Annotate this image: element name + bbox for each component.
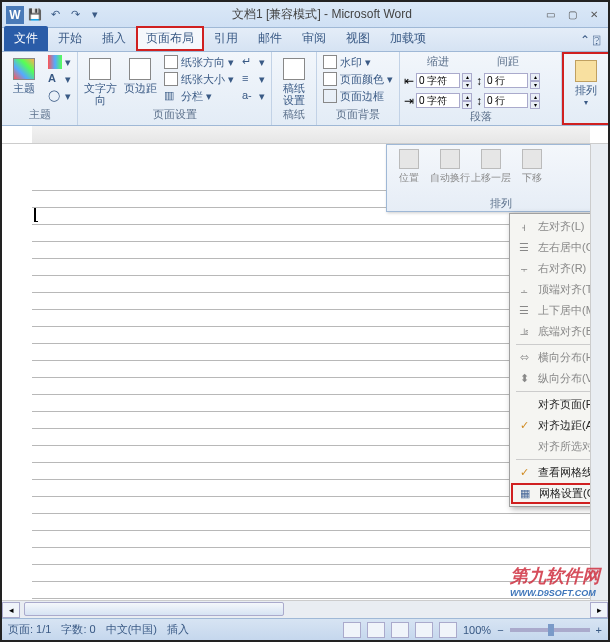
position-button[interactable]: 位置 [389, 147, 429, 185]
spacing-before[interactable]: ↕0 行▴▾ [476, 72, 540, 89]
menu-item[interactable]: ✓查看网格线(S) [512, 462, 590, 483]
line-numbers-button[interactable]: ≡▾ [240, 71, 267, 87]
menu-item-label: 底端对齐(B) [538, 324, 590, 339]
undo-icon[interactable]: ↶ [46, 6, 64, 24]
zoom-out-button[interactable]: − [497, 624, 503, 636]
tab-addins[interactable]: 加载项 [380, 26, 436, 51]
columns-button[interactable]: ▥分栏 ▾ [162, 88, 236, 104]
status-bar: 页面: 1/1 字数: 0 中文(中国) 插入 100% − + [2, 618, 608, 640]
page-border-button[interactable]: 页面边框 [321, 88, 395, 104]
wrap-button[interactable]: 自动换行 [430, 147, 470, 185]
redo-icon[interactable]: ↷ [66, 6, 84, 24]
menu-item[interactable]: ▦网格设置(G)... [511, 483, 590, 504]
spacing-after[interactable]: ↕0 行▴▾ [476, 92, 540, 109]
horizontal-scrollbar[interactable]: ◂ ▸ [2, 600, 608, 618]
tab-insert[interactable]: 插入 [92, 26, 136, 51]
view-outline[interactable] [415, 622, 433, 638]
menu-item-icon: ⬍ [516, 371, 532, 387]
tab-view[interactable]: 视图 [336, 26, 380, 51]
zoom-level[interactable]: 100% [463, 624, 491, 636]
menu-item-icon: ✓ [516, 465, 532, 481]
hyphenation-button[interactable]: a-▾ [240, 88, 267, 104]
orientation-button[interactable]: 纸张方向 ▾ [162, 54, 236, 70]
gaozhi-button[interactable]: 稿纸 设置 [276, 54, 312, 106]
theme-effects-button[interactable]: ◯▾ [46, 88, 73, 104]
menu-item-icon: ⫟ [516, 261, 532, 277]
scroll-left-icon[interactable]: ◂ [2, 602, 20, 618]
size-button[interactable]: 纸张大小 ▾ [162, 71, 236, 87]
vertical-scrollbar[interactable] [590, 144, 608, 622]
group-page-setup-label: 页面设置 [82, 107, 267, 123]
close-button[interactable]: ✕ [584, 7, 604, 23]
margins-icon [129, 58, 151, 80]
status-page[interactable]: 页面: 1/1 [8, 622, 51, 637]
watermark-button[interactable]: 水印 ▾ [321, 54, 395, 70]
menu-item-icon: ▦ [517, 486, 533, 502]
ribbon: 主题 ▾ A▾ ◯▾ 主题 文字方向 页边距 纸张方向 ▾ 纸张大小 ▾ ▥分栏 [2, 52, 608, 126]
menu-item-label: 对齐页面(P) [538, 397, 590, 412]
tab-references[interactable]: 引用 [204, 26, 248, 51]
bring-forward-icon [481, 149, 501, 169]
text-direction-button[interactable]: 文字方向 [82, 54, 118, 106]
maximize-button[interactable]: ▢ [562, 7, 582, 23]
app-icon[interactable]: W [6, 6, 24, 24]
margins-button[interactable]: 页边距 [122, 54, 158, 94]
vertical-ruler[interactable] [2, 144, 32, 622]
page-color-button[interactable]: 页面颜色 ▾ [321, 71, 395, 87]
menu-item-icon: ⫞ [516, 219, 532, 235]
group-gaozhi-label: 稿纸 [276, 107, 312, 123]
menu-item[interactable]: ✓对齐边距(A) [512, 415, 590, 436]
tab-page-layout[interactable]: 页面布局 [136, 26, 204, 51]
minimize-button[interactable]: ▭ [540, 7, 560, 23]
save-icon[interactable]: 💾 [26, 6, 44, 24]
horizontal-ruler[interactable] [2, 126, 608, 144]
document-area[interactable]: ⊩ 对齐 ▾ 位置 自动换行 上移一层 下移 排列 ⫞左对齐(L)☰左右居中(C… [32, 144, 590, 622]
zoom-slider[interactable] [510, 628, 590, 632]
align-dropdown-menu: ⫞左对齐(L)☰左右居中(C)⫟右对齐(R)⫠顶端对齐(T)☰上下居中(M)⫡底… [509, 213, 590, 507]
breaks-button[interactable]: ↵▾ [240, 54, 267, 70]
menu-item-label: 左右居中(C) [538, 240, 590, 255]
indent-left[interactable]: ⇤0 字符▴▾ [404, 72, 472, 89]
tab-mailings[interactable]: 邮件 [248, 26, 292, 51]
scroll-right-icon[interactable]: ▸ [590, 602, 608, 618]
status-mode[interactable]: 插入 [167, 622, 189, 637]
view-full-screen[interactable] [367, 622, 385, 638]
tab-file[interactable]: 文件 [4, 26, 48, 51]
menu-item-icon [516, 439, 532, 455]
menu-item-label: 查看网格线(S) [538, 465, 590, 480]
status-lang[interactable]: 中文(中国) [106, 622, 157, 637]
theme-colors-button[interactable]: ▾ [46, 54, 73, 70]
qat-dropdown-icon[interactable]: ▾ [86, 6, 104, 24]
menu-item: ⫡底端对齐(B) [512, 321, 590, 342]
menu-item[interactable]: 对齐页面(P) [512, 394, 590, 415]
menu-item: ⬍纵向分布(V) [512, 368, 590, 389]
themes-button[interactable]: 主题 [6, 54, 42, 94]
menu-item-icon: ☰ [516, 240, 532, 256]
indent-right[interactable]: ⇥0 字符▴▾ [404, 92, 472, 109]
gaozhi-icon [283, 58, 305, 80]
group-page-setup: 文字方向 页边距 纸张方向 ▾ 纸张大小 ▾ ▥分栏 ▾ ↵▾ ≡▾ a-▾ 页… [78, 52, 272, 125]
theme-fonts-button[interactable]: A▾ [46, 71, 73, 87]
menu-item: ⫟右对齐(R) [512, 258, 590, 279]
view-draft[interactable] [439, 622, 457, 638]
menu-item: ⫠顶端对齐(T) [512, 279, 590, 300]
menu-item-icon: ⬄ [516, 350, 532, 366]
view-print-layout[interactable] [343, 622, 361, 638]
tab-review[interactable]: 审阅 [292, 26, 336, 51]
tab-home[interactable]: 开始 [48, 26, 92, 51]
bring-forward-button[interactable]: 上移一层 [471, 147, 511, 185]
text-direction-icon [89, 58, 111, 80]
scroll-thumb[interactable] [24, 602, 284, 616]
quick-access-toolbar: W 💾 ↶ ↷ ▾ [6, 6, 104, 24]
menu-item: 对齐所选对象 [512, 436, 590, 457]
menu-item-label: 横向分布(H) [538, 350, 590, 365]
menu-item-label: 网格设置(G)... [539, 486, 590, 501]
ribbon-minimize-icon[interactable]: ⌃ ⍰ [572, 29, 608, 51]
group-page-bg: 水印 ▾ 页面颜色 ▾ 页面边框 页面背景 [317, 52, 400, 125]
zoom-in-button[interactable]: + [596, 624, 602, 636]
send-backward-button[interactable]: 下移 [512, 147, 552, 185]
arrange-button[interactable]: 排列 ▾ [568, 56, 604, 107]
group-gaozhi: 稿纸 设置 稿纸 [272, 52, 317, 125]
view-web-layout[interactable] [391, 622, 409, 638]
status-words[interactable]: 字数: 0 [61, 622, 95, 637]
